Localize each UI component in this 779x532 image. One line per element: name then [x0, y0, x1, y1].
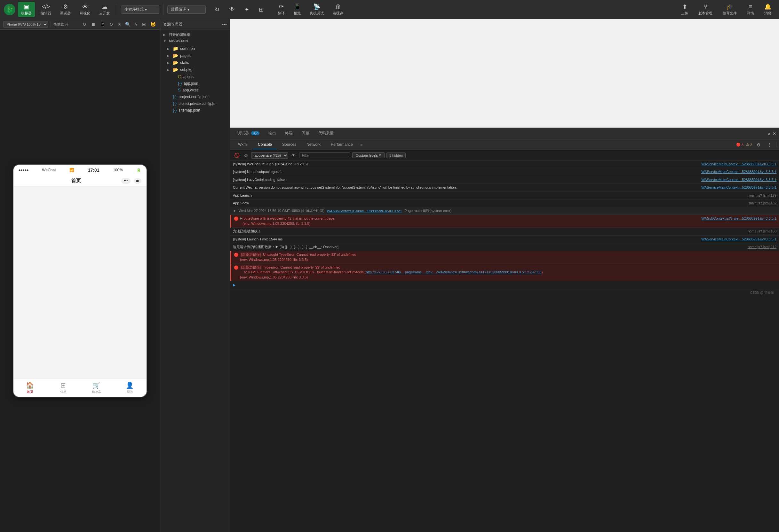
file-sitemap[interactable]: {·} sitemap.json [160, 107, 230, 114]
console-msg-7: 方法已经被加载了 [233, 229, 745, 234]
tab-code-quality[interactable]: 代码质量 [314, 129, 338, 138]
resize-up-icon[interactable]: ∧ [768, 131, 771, 136]
folder-common[interactable]: ▶ 📁 common [160, 45, 230, 52]
message-btn[interactable]: 🔔 消息 [761, 2, 775, 17]
translate-btn[interactable]: ⟳ 翻译 [274, 2, 289, 17]
app-logo: 🐉 [4, 4, 15, 15]
real-debug-btn[interactable]: 📡 真机调试 [306, 2, 327, 17]
topbar-phone-icon[interactable]: 📱 [99, 21, 106, 27]
sub-tab-network[interactable]: Network [301, 140, 326, 149]
phone-model-select[interactable]: Phone 6/7/8 100% 16 [3, 21, 48, 27]
tab-category[interactable]: ⊞ 分类 [47, 382, 80, 394]
error-expand-1[interactable]: ▶ [240, 216, 242, 220]
layers-btn[interactable]: ⊞ [255, 5, 267, 14]
open-editors-item[interactable]: ▶ 打开的编辑器 [160, 31, 230, 38]
console-source-7[interactable]: home.js? [sm]:188 [747, 229, 776, 234]
folder-subpkg[interactable]: ▶ 📂 subpkg [160, 66, 230, 73]
profile-tab-label: 我的 [127, 390, 133, 394]
battery-label: 100% [113, 168, 123, 172]
tab-home[interactable]: 🏠 首页 [13, 382, 47, 394]
file-project-config[interactable]: {·} project.config.json [160, 93, 230, 100]
topbar-refresh-icon[interactable]: ↻ [82, 21, 87, 27]
eye-context-btn[interactable]: 👁 [290, 152, 297, 158]
close-devtools-icon[interactable]: ✕ [773, 131, 776, 136]
nav-menu-icon[interactable]: ••• [121, 178, 130, 184]
explorer-header-icons: ••• [222, 22, 227, 27]
file-appjson[interactable]: {·} app.json [160, 80, 230, 87]
clear-cache-btn[interactable]: 🗑 清缓存 [329, 2, 347, 17]
sub-tab-console[interactable]: Console [253, 140, 277, 149]
tab-debugger[interactable]: 调试器 3,2 [233, 129, 264, 138]
explorer-title: 资源管理器 [163, 22, 182, 27]
folder-static[interactable]: ▶ 📂 static [160, 59, 230, 66]
file-project-private[interactable]: {·} project.private.config.js... [160, 100, 230, 107]
timestamp-row: ▼ Wed Mar 27 2024 16:56:10 GMT+0800 (中国标… [230, 207, 779, 215]
console-source-6[interactable]: main.js? [sm]:132 [749, 201, 776, 206]
home-tab-icon: 🏠 [26, 382, 34, 389]
simulator-btn[interactable]: ▣ 模拟器 [18, 2, 35, 17]
sub-tab-more[interactable]: » [358, 141, 365, 149]
cloud-icon: ☁ [102, 3, 108, 10]
tab-problems[interactable]: 问题 [297, 129, 314, 138]
tab-cart[interactable]: 🛒 购物车 [80, 382, 113, 394]
file-appjs[interactable]: ⬡ app.js [160, 73, 230, 80]
console-source-5[interactable]: main.js? [sm]:129 [749, 193, 776, 198]
topbar-stop-icon[interactable]: ⏹ [90, 21, 96, 27]
topbar-grid-icon[interactable]: ⊞ [141, 21, 146, 27]
console-menu-icon[interactable]: ⋮ [765, 142, 774, 148]
sub-tab-wxml[interactable]: Wxml [233, 140, 253, 149]
tab-profile[interactable]: 👤 我的 [113, 382, 146, 394]
cloud-btn[interactable]: ☁ 云开发 [96, 2, 113, 17]
tab-output[interactable]: 输出 [264, 129, 281, 138]
tab-terminal[interactable]: 终端 [281, 129, 297, 138]
console-gear-icon[interactable]: ⚙ [755, 142, 763, 148]
folder-pages[interactable]: ▶ 📂 pages [160, 52, 230, 59]
expand-icon[interactable]: ▼ [233, 209, 236, 213]
editor-btn[interactable]: </> 编辑器 [38, 2, 54, 17]
category-tab-icon: ⊞ [60, 382, 66, 389]
edu-btn[interactable]: 🎓 教育套件 [719, 2, 740, 17]
hot-reload-btn[interactable]: 热重载 开 [53, 22, 68, 27]
topbar-copy-icon[interactable]: ⎘ [117, 21, 121, 27]
debugger-btn[interactable]: ⚙ 调试器 [57, 2, 74, 17]
explorer-more-icon[interactable]: ••• [222, 22, 227, 27]
upload-btn[interactable]: ⬆ 上传 [677, 2, 692, 17]
pause-btn[interactable]: ⊘ [243, 152, 249, 158]
console-source-1[interactable]: WAServiceMainContext…528685991&v=3.3.5:1 [701, 162, 776, 167]
topbar-branch-icon[interactable]: ⑂ [134, 21, 138, 27]
console-source-8[interactable]: WAServiceMainContext…528685991&v=3.3.5:1 [701, 237, 776, 242]
console-msg-2: [system] No. of subpackages: 1 [233, 170, 699, 174]
sub-tab-sources[interactable]: Sources [277, 140, 301, 149]
visual-btn[interactable]: 👁 可视化 [76, 2, 94, 17]
console-entry-8: [system] Launch Time: 1544 ms WAServiceM… [230, 236, 779, 243]
mode-dropdown[interactable]: 小程序模式 ▾ [121, 5, 159, 14]
refresh-btn[interactable]: ↻ [211, 5, 223, 14]
console-entry-2: [system] No. of subpackages: 1 WAService… [230, 168, 779, 176]
console-source-9[interactable]: home.js? [sm]:212 [747, 245, 776, 249]
magic-btn[interactable]: ✦ [241, 5, 253, 14]
console-error-source-1[interactable]: WASubContext.js?t=we…528685991&v=3.3.5:1 [702, 216, 776, 221]
topbar-hat-icon[interactable]: 🐱 [150, 21, 157, 27]
compile-dropdown[interactable]: 普通编译 ▾ [167, 5, 206, 14]
topbar-search-icon[interactable]: 🔍 [124, 21, 131, 27]
topbar-rotate-icon[interactable]: ⟳ [109, 21, 114, 27]
page-route-link[interactable]: WASubContext.js?t=we…528685991&v=3.3.5:1 [327, 209, 402, 213]
mp-weixin-item[interactable]: ▼ MP-WEIXIN [160, 38, 230, 44]
version-btn[interactable]: ⑂ 版本管理 [695, 2, 716, 17]
toolbar-separator-1 [117, 4, 117, 15]
sub-tab-performance[interactable]: Performance [326, 140, 358, 149]
custom-levels-btn[interactable]: Custom levels ▾ [352, 152, 384, 158]
folder-common-icon: 📁 [173, 46, 178, 51]
console-source-3[interactable]: WAServiceMainContext…528685991&v=3.3.5:1 [701, 178, 776, 182]
clear-console-btn[interactable]: 🚫 [233, 152, 241, 158]
file-appwxss[interactable]: S app.wxss [160, 87, 230, 93]
detail-icon: ≡ [749, 3, 753, 10]
nav-record-icon[interactable]: ⏺ [134, 178, 141, 184]
preview-btn[interactable]: 📱 预览 [290, 2, 305, 17]
eye-btn[interactable]: 👁 [225, 5, 239, 14]
detail-btn[interactable]: ≡ 详情 [743, 2, 758, 17]
context-select[interactable]: appservice (#25) [251, 152, 288, 158]
console-source-2[interactable]: WAServiceMainContext…528685991&v=3.3.5:1 [701, 170, 776, 174]
console-filter-input[interactable] [299, 152, 350, 158]
console-source-4[interactable]: WAServiceMainContext…528685991&v=3.3.5:1 [701, 185, 776, 190]
